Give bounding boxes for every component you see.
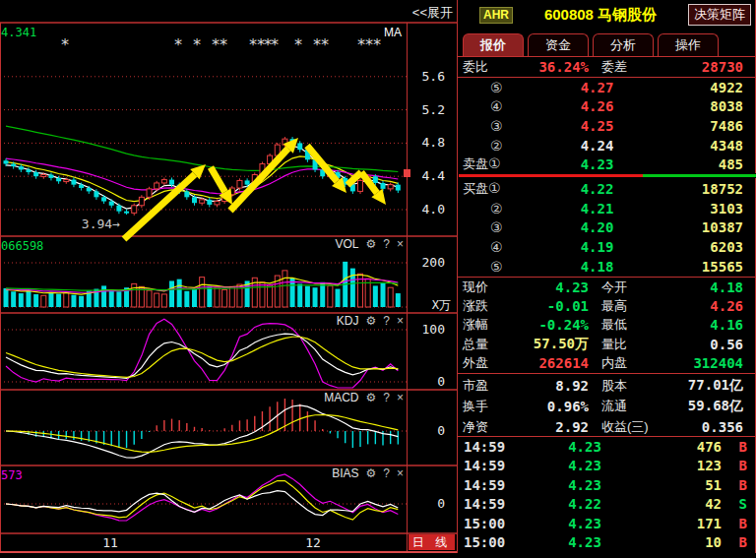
expand-toggle[interactable]: <<展开 [412, 4, 453, 22]
ask-price: 4.23 [541, 156, 653, 172]
bias-panel-header: BIAS ⚙ ? × [332, 466, 404, 480]
svg-text:*: * [173, 35, 183, 54]
tick-row[interactable]: 14:59 4.23 123 B [458, 457, 755, 476]
tick-row[interactable]: 14:59 4.22 42 S [458, 495, 755, 515]
help-icon[interactable]: ? [383, 466, 390, 480]
bid-row-3[interactable]: ③ 4.20 10387 [458, 218, 755, 238]
ask-qty: 485 [653, 156, 743, 172]
ask-price: 4.27 [541, 80, 653, 95]
bid-price: 4.20 [541, 219, 653, 235]
svg-text:*: * [219, 35, 228, 54]
svg-text:11: 11 [102, 535, 118, 550]
quote-header: AHR 600808 马钢股份 决策矩阵 [458, 0, 755, 30]
ask-price: 4.24 [541, 138, 653, 154]
macd-panel-title: MACD [324, 391, 358, 404]
close-icon[interactable]: × [397, 237, 404, 251]
svg-text:X万: X万 [432, 298, 451, 312]
svg-text:5.6: 5.6 [422, 69, 445, 84]
ma-legend-label: MA [384, 26, 402, 39]
fundamental-stats: 市盈 8.92 股本 77.01亿 换手 0.96% 流通 59.68亿 净资 … [458, 373, 755, 436]
sell-side-label: 卖盘 [463, 156, 488, 171]
close-icon[interactable]: × [397, 466, 404, 480]
ask-row-2[interactable]: ② 4.24 4348 [458, 136, 755, 155]
svg-text:4.8: 4.8 [422, 135, 445, 150]
bias-panel-title: BIAS [332, 466, 358, 480]
vol-panel-header: VOL ⚙ ? × [336, 237, 404, 251]
stock-title: 600808 马钢股份 [513, 6, 688, 25]
ask-price: 4.25 [541, 118, 653, 134]
stat-row: 涨跌 -0.01 最高 4.26 [458, 296, 755, 315]
stat-row: 涨幅 -0.24% 最低 4.16 [458, 316, 755, 335]
tab-operate[interactable]: 操作 [658, 33, 719, 56]
settings-icon[interactable]: ⚙ [366, 391, 377, 404]
bid-row-5[interactable]: ⑤ 4.18 15565 [458, 257, 755, 277]
svg-text:0: 0 [437, 374, 445, 389]
ma-value-readout: 4.341 [1, 26, 36, 39]
close-icon[interactable]: × [397, 314, 404, 328]
period-selector[interactable]: 日 线 [409, 534, 455, 550]
tick-row[interactable]: 15:00 4.23 171 B [458, 514, 755, 533]
weicha-value: 28730 [672, 59, 743, 75]
svg-text:100: 100 [422, 322, 445, 337]
weibi-row: 委比 36.24% 委差 28730 [458, 57, 755, 77]
close-icon[interactable]: × [397, 391, 404, 404]
ask-row-3[interactable]: ③ 4.25 7486 [458, 116, 755, 136]
bid-price: 4.21 [541, 201, 653, 217]
sell-strength [459, 174, 643, 177]
bid-qty: 15565 [653, 259, 743, 275]
weibi-label: 委比 [463, 58, 518, 76]
ask-row-4[interactable]: ④ 4.26 8038 [458, 97, 755, 117]
ask-qty: 4348 [653, 138, 743, 154]
help-icon[interactable]: ? [383, 237, 390, 251]
tab-funds[interactable]: 资金 [528, 33, 589, 56]
buy-side-label: 买盘 [463, 181, 488, 196]
settings-icon[interactable]: ⚙ [366, 466, 377, 480]
svg-text:0: 0 [437, 423, 445, 438]
weicha-label: 委差 [601, 58, 672, 76]
tab-analysis[interactable]: 分析 [593, 33, 654, 56]
bid-price: 4.18 [541, 259, 653, 275]
bid-row-4[interactable]: ④ 4.19 6203 [458, 237, 755, 257]
weibi-value: 36.24% [518, 59, 589, 75]
ask-row-1[interactable]: 卖盘① 4.23 485 [458, 155, 755, 174]
tick-row[interactable]: 15:00 4.23 10 B [458, 533, 755, 553]
stat-row: 外盘 262614 内盘 312404 [458, 354, 755, 373]
svg-text:5.2: 5.2 [422, 102, 445, 117]
svg-text:12: 12 [305, 535, 321, 550]
settings-icon[interactable]: ⚙ [366, 314, 377, 328]
price-stats: 现价 4.23 今开 4.18 涨跌 -0.01 最高 4.26 涨幅 -0.2… [458, 277, 755, 372]
ask-qty: 8038 [653, 98, 743, 114]
quote-panel: AHR 600808 马钢股份 决策矩阵 报价 资金 分析 操作 委比 36.2… [457, 0, 756, 553]
svg-text:*: * [320, 35, 330, 54]
stat-row: 市盈 8.92 股本 77.01亿 [458, 375, 755, 396]
help-icon[interactable]: ? [383, 314, 390, 328]
stat-row: 净资 2.92 收益(三) 0.356 [458, 416, 755, 437]
decision-matrix-button[interactable]: 决策矩阵 [688, 4, 751, 26]
ask-levels: ⑤ 4.27 4922 ④ 4.26 8038 ③ 4.25 7486 ② 4.… [458, 77, 755, 173]
tab-quote[interactable]: 报价 [463, 33, 524, 56]
buy-strength [643, 174, 756, 177]
tick-row[interactable]: 14:59 4.23 476 B [458, 437, 755, 457]
help-icon[interactable]: ? [383, 391, 390, 404]
ask-row-5[interactable]: ⑤ 4.27 4922 [458, 78, 755, 97]
chart-region: 5.65.24.84.44.0***************3.94→200X万… [0, 0, 457, 558]
trade-tick-list: 14:59 4.23 476 B 14:59 4.23 123 B 14:59 … [458, 436, 755, 551]
bid-row-1[interactable]: 买盘① 4.22 18752 [458, 179, 755, 199]
svg-text:3.94→: 3.94→ [82, 217, 120, 231]
bias-value-readout: 573 [1, 468, 23, 482]
tick-row[interactable]: 14:59 4.23 51 B [458, 475, 755, 495]
kdj-panel-header: KDJ ⚙ ? × [337, 314, 404, 328]
stat-row: 换手 0.96% 流通 59.68亿 [458, 396, 755, 416]
svg-text:4.4: 4.4 [422, 168, 446, 183]
bid-qty: 18752 [653, 181, 743, 197]
settings-icon[interactable]: ⚙ [366, 237, 377, 251]
bid-price: 4.19 [541, 239, 653, 255]
svg-text:4.0: 4.0 [422, 202, 445, 217]
kdj-panel-title: KDJ [337, 314, 359, 328]
svg-text:*: * [60, 35, 70, 54]
stat-row: 总量 57.50万 量比 0.56 [458, 335, 755, 353]
ahr-badge: AHR [479, 7, 513, 24]
bid-price: 4.22 [541, 181, 653, 197]
bid-row-2[interactable]: ② 4.21 3103 [458, 199, 755, 218]
svg-text:0: 0 [437, 496, 445, 511]
